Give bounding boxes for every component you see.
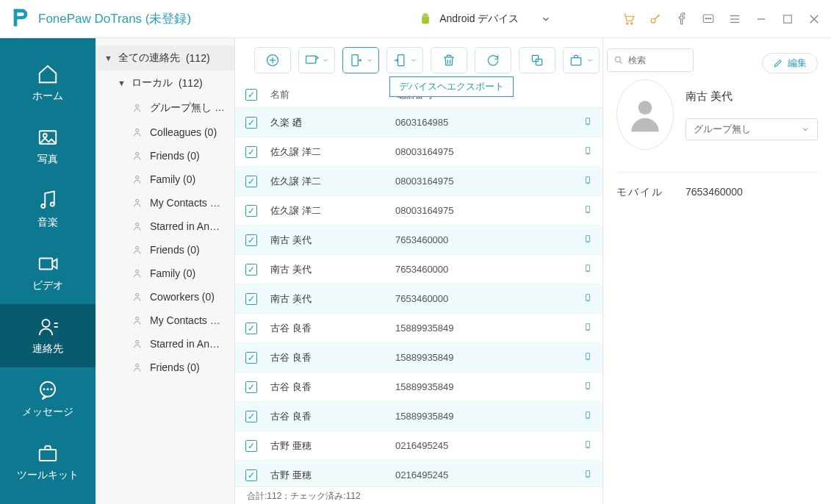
svg-line-51	[620, 62, 622, 64]
row-checkbox[interactable]: ✓	[245, 176, 257, 187]
svg-point-8	[710, 18, 711, 19]
row-checkbox[interactable]: ✓	[245, 293, 257, 305]
table-row[interactable]: ✓ 古谷 良香 15889935849	[235, 402, 602, 431]
table-row[interactable]: ✓ 古谷 良香 15889935849	[235, 314, 602, 343]
row-checkbox[interactable]: ✓	[245, 440, 257, 452]
table-row[interactable]: ✓ 南古 美代 7653460000	[235, 226, 602, 255]
chevron-down-icon	[541, 14, 551, 24]
table-row[interactable]: ✓ 古野 亜穂 0216495245	[235, 431, 602, 461]
row-name: 古野 亜穂	[270, 439, 395, 453]
close-icon[interactable]	[807, 12, 821, 26]
group-item[interactable]: Friends (0)	[96, 144, 234, 168]
row-phone: 08003164975	[395, 146, 570, 157]
cart-icon[interactable]	[622, 12, 636, 26]
row-phone: 15889935849	[395, 381, 570, 392]
row-checkbox[interactable]: ✓	[245, 117, 257, 129]
search-input[interactable]	[607, 48, 694, 72]
chevron-down-icon	[322, 57, 329, 64]
table-row[interactable]: ✓ 古野 亜穂 0216495245	[235, 461, 602, 486]
feedback-icon[interactable]	[702, 12, 715, 26]
row-checkbox[interactable]: ✓	[245, 411, 257, 422]
menu-icon[interactable]	[728, 12, 741, 26]
delete-button[interactable]	[431, 47, 467, 73]
person-icon	[132, 220, 144, 232]
svg-point-37	[136, 293, 139, 296]
nav-home[interactable]: ホーム	[0, 51, 96, 115]
svg-point-4	[651, 18, 655, 23]
row-checkbox[interactable]: ✓	[245, 264, 257, 276]
svg-point-78	[638, 101, 652, 115]
nav-toolkit[interactable]: ツールキット	[0, 431, 96, 494]
svg-point-38	[136, 317, 139, 320]
table-row[interactable]: ✓ 古谷 良香 15889935849	[235, 343, 602, 372]
group-item[interactable]: Colleagues (0)	[96, 120, 234, 144]
svg-rect-45	[352, 55, 358, 66]
group-item[interactable]: Friends (0)	[96, 356, 234, 379]
group-item[interactable]: Family (0)	[96, 168, 234, 191]
minimize-icon[interactable]	[755, 12, 768, 26]
column-name[interactable]: 名前	[270, 88, 395, 101]
group-item[interactable]: グループ無し …	[96, 96, 234, 120]
row-phone: 7653460000	[395, 293, 570, 304]
table-row[interactable]: ✓ 南古 美代 7653460000	[235, 284, 602, 314]
group-item[interactable]: My Contacts …	[96, 191, 234, 215]
group-select[interactable]: グループ無し	[686, 118, 818, 140]
dedupe-button[interactable]	[519, 47, 555, 73]
row-checkbox[interactable]: ✓	[245, 205, 257, 217]
table-row[interactable]: ✓ 佐久譲 洋二 08003164975	[235, 167, 602, 196]
nav-messages[interactable]: メッセージ	[0, 367, 96, 431]
row-name: 古谷 良香	[270, 322, 395, 335]
group-item[interactable]: My Contacts …	[96, 309, 234, 332]
row-checkbox[interactable]: ✓	[245, 323, 257, 334]
add-button[interactable]	[254, 47, 291, 73]
person-icon	[132, 150, 144, 162]
backup-button[interactable]	[563, 47, 600, 73]
select-all-checkbox[interactable]: ✓	[245, 89, 257, 101]
group-item[interactable]: Starred in An…	[96, 332, 234, 356]
table-row[interactable]: ✓ 佐久譲 洋二 08003164975	[235, 196, 602, 226]
table-row[interactable]: ✓ 久楽 廼 0603164985	[235, 108, 602, 137]
device-selector[interactable]: Android デバイス	[419, 12, 551, 26]
row-checkbox[interactable]: ✓	[245, 234, 257, 246]
group-item[interactable]: Family (0)	[96, 262, 234, 285]
nav-contacts[interactable]: 連絡先	[0, 304, 96, 367]
group-local[interactable]: ▼ ローカル (112)	[96, 71, 234, 96]
key-icon[interactable]	[649, 12, 662, 26]
refresh-button[interactable]	[475, 47, 511, 73]
group-item-label: Family (0)	[150, 173, 195, 185]
nav-videos[interactable]: ビデオ	[0, 241, 96, 304]
export-device-button[interactable]	[342, 47, 379, 73]
row-name: 南古 美代	[270, 292, 395, 306]
group-item-label: Starred in An…	[150, 338, 220, 350]
facebook-icon[interactable]	[675, 12, 688, 26]
svg-point-40	[136, 364, 139, 367]
edit-button[interactable]: 編集	[762, 53, 818, 73]
table-row[interactable]: ✓ 古谷 良香 15889935849	[235, 372, 602, 402]
nav-music[interactable]: 音楽	[0, 178, 96, 241]
table-row[interactable]: ✓ 佐久譲 洋二 08003164975	[235, 137, 602, 167]
group-all[interactable]: ▼ 全ての連絡先 (112)	[96, 46, 234, 71]
contact-list-pane: デバイスヘエクスポート ✓ 名前 電話番号 ✓ 久楽 廼 0603164985 …	[235, 38, 603, 504]
pencil-icon	[773, 58, 783, 68]
group-item[interactable]: Coworkers (0)	[96, 285, 234, 309]
row-checkbox[interactable]: ✓	[245, 381, 257, 393]
search-icon	[614, 55, 624, 65]
import-device-button[interactable]	[386, 47, 423, 73]
svg-point-32	[136, 176, 139, 179]
row-checkbox[interactable]: ✓	[245, 146, 257, 158]
nav-photos[interactable]: 写真	[0, 115, 96, 178]
status-bar: 合計:112；チェック済み:112	[235, 486, 602, 504]
avatar	[616, 79, 674, 150]
svg-point-19	[51, 203, 54, 206]
group-item[interactable]: Starred in An…	[96, 215, 234, 238]
svg-point-6	[705, 18, 707, 19]
person-icon	[132, 173, 144, 185]
row-checkbox[interactable]: ✓	[245, 469, 257, 481]
table-row[interactable]: ✓ 南古 美代 7653460000	[235, 255, 602, 284]
group-item[interactable]: Friends (0)	[96, 238, 234, 262]
maximize-icon[interactable]	[781, 12, 794, 26]
export-pc-button[interactable]	[298, 47, 335, 73]
svg-rect-13	[784, 15, 792, 23]
row-checkbox[interactable]: ✓	[245, 352, 257, 364]
search-field[interactable]	[628, 55, 687, 65]
